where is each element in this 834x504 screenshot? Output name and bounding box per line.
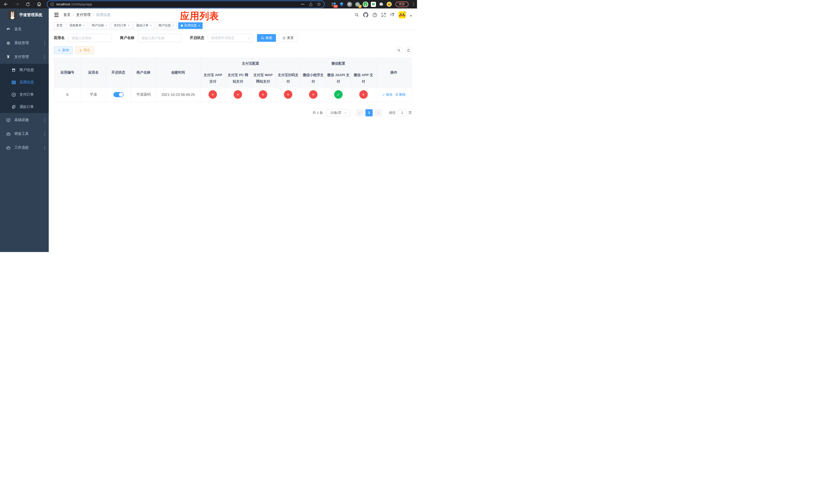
sidebar-item-label: 首页 — [14, 27, 22, 31]
edit-pen-icon — [382, 93, 385, 96]
chevron-up-icon — [45, 55, 45, 59]
column-header-id: 应用编号 — [54, 58, 81, 87]
column-header-wechat-jsapi: 微信 JSAPI 支付 — [326, 69, 351, 87]
table-row: 6 芋道 芋道源码 2021-10-23 08:49:25 × × × × × … — [54, 87, 412, 102]
site-info-icon[interactable] — [50, 2, 54, 6]
user-avatar[interactable] — [398, 11, 406, 19]
sidebar-item-dev-tools[interactable]: 研发工具 — [0, 127, 49, 141]
merchant-name-input[interactable] — [138, 34, 181, 42]
sidebar-item-label: 退款订单 — [20, 105, 34, 109]
tab-process-form[interactable]: 流程表单× — [67, 22, 87, 29]
address-bar[interactable]: localhost:1024/pay/app — [47, 1, 324, 8]
sidebar-collapse-icon[interactable] — [54, 12, 59, 18]
sidebar-item-label: 系统管理 — [14, 41, 29, 45]
cell-app-id: 6 — [54, 87, 81, 102]
extension-badge: 1 — [358, 5, 361, 8]
font-size-icon[interactable]: TT — [390, 12, 394, 18]
tab-merchant-info[interactable]: 商户信息× — [156, 22, 177, 29]
browser-profile-avatar[interactable] — [387, 2, 392, 7]
extension-recorder-icon[interactable]: 1 — [355, 2, 360, 7]
sidebar-item-infrastructure[interactable]: 基础设施 — [0, 113, 49, 127]
extension-kite-icon[interactable] — [339, 2, 345, 7]
column-header-alipay-pc: 支付宝 PC 网站支付 — [225, 69, 250, 87]
tab-home[interactable]: 首页 — [54, 22, 65, 29]
delete-link[interactable]: 删除 — [395, 92, 406, 97]
extension-y-icon[interactable]: y — [363, 2, 368, 7]
reset-button[interactable]: 重置 — [279, 34, 298, 42]
sidebar-item-payment[interactable]: ¥ 支付管理 — [0, 50, 49, 64]
tab-refund-orders[interactable]: 退款订单× — [134, 22, 154, 29]
app-title: 芋道管理系统 — [19, 13, 42, 18]
breadcrumb-current: 应用信息 — [96, 13, 111, 17]
sidebar-item-merchant-info[interactable]: 商户信息 — [0, 64, 49, 76]
trash-icon — [395, 93, 398, 96]
active-tab-dot — [181, 25, 183, 27]
toolbox-icon — [6, 132, 10, 136]
page-number-button[interactable]: 1 — [366, 109, 373, 116]
sidebar-item-workflow[interactable]: 工作流程 — [0, 141, 49, 155]
extension-grid-icon[interactable]: 10 — [331, 2, 336, 7]
avatar-caret-icon[interactable] — [410, 15, 412, 17]
browser-toolbar: localhost:1024/pay/app 10 ⌘ 1 y 更新 — [0, 0, 417, 8]
tab-close-icon[interactable]: × — [172, 24, 174, 27]
app-name-label: 应用名 — [54, 36, 65, 40]
reload-icon[interactable] — [25, 1, 31, 8]
back-icon[interactable] — [3, 1, 9, 8]
status-toggle[interactable] — [113, 92, 124, 97]
next-page-button[interactable]: › — [375, 109, 382, 116]
chrome-update-button[interactable]: 更新 — [395, 2, 409, 7]
edit-link[interactable]: 修改 — [382, 92, 393, 97]
alipay-app-status-icon: × — [208, 90, 217, 99]
column-group-alipay: 支付宝配置 — [200, 58, 301, 69]
breadcrumb-home[interactable]: 首页 — [63, 13, 70, 17]
tab-pay-orders[interactable]: 支付订单× — [111, 22, 132, 29]
help-icon[interactable] — [372, 13, 377, 18]
app-logo[interactable]: 芋道管理系统 — [0, 8, 49, 21]
breadcrumb-payment[interactable]: 支付管理 — [76, 13, 90, 17]
forward-icon[interactable] — [14, 1, 20, 8]
tab-close-icon[interactable]: × — [105, 24, 107, 27]
browser-menu-icon[interactable] — [413, 2, 415, 7]
header-search-icon[interactable] — [354, 13, 359, 17]
sidebar-item-system[interactable]: 系统管理 — [0, 36, 49, 50]
app-name-input[interactable] — [68, 34, 112, 42]
sidebar-item-home[interactable]: 首页 — [0, 22, 49, 36]
show-search-button[interactable] — [395, 47, 402, 54]
tab-app-info[interactable]: 应用信息× — [178, 22, 203, 29]
refresh-table-button[interactable] — [405, 47, 412, 54]
monitor-chart-icon — [6, 118, 10, 122]
breadcrumb: 首页 / 支付管理 / 应用信息 — [63, 13, 111, 17]
extensions-puzzle-icon[interactable] — [378, 2, 384, 7]
prev-page-button[interactable]: ‹ — [356, 109, 364, 116]
bookmark-star-icon[interactable] — [317, 2, 321, 6]
sidebar-item-app-info[interactable]: 应用信息 — [0, 76, 49, 88]
tab-close-icon[interactable]: × — [128, 24, 130, 27]
sidebar-item-pay-orders[interactable]: ¥ 支付订单 — [0, 88, 49, 101]
page-annotation: 应用列表 — [180, 10, 219, 23]
sidebar-item-refund-orders[interactable]: 退款订单 — [0, 101, 49, 113]
column-header-wechat-mini: 微信小程序支付 — [301, 69, 326, 87]
extension-command-icon[interactable]: ⌘ — [347, 2, 352, 7]
wechat-mini-status-icon: × — [309, 90, 317, 99]
password-key-icon[interactable] — [301, 2, 305, 6]
tab-user-group[interactable]: 用户分组× — [89, 22, 110, 29]
extension-chat-icon[interactable] — [371, 2, 376, 7]
page-size-select[interactable]: 10条/页 — [327, 109, 350, 116]
export-button[interactable]: 导出 — [75, 46, 94, 54]
home-icon[interactable] — [36, 1, 42, 8]
search-button[interactable]: 搜索 — [257, 34, 276, 42]
column-header-created: 创建时间 — [156, 58, 200, 87]
goto-page-input[interactable] — [398, 109, 407, 116]
add-button[interactable]: 新增 — [54, 46, 72, 54]
github-icon[interactable] — [363, 12, 368, 18]
table-toolbar: 新增 导出 — [54, 46, 412, 54]
column-header-wechat-app: 微信 APP 支付 — [351, 69, 376, 87]
tab-close-icon[interactable]: × — [150, 24, 152, 27]
dashboard-icon — [6, 27, 10, 31]
tab-close-icon[interactable]: × — [198, 24, 200, 27]
status-select[interactable]: 请选择开启状态 — [208, 34, 254, 42]
chevron-down-icon — [344, 111, 347, 114]
fullscreen-icon[interactable] — [381, 13, 386, 17]
tab-close-icon[interactable]: × — [83, 24, 85, 27]
share-icon[interactable] — [309, 2, 313, 6]
